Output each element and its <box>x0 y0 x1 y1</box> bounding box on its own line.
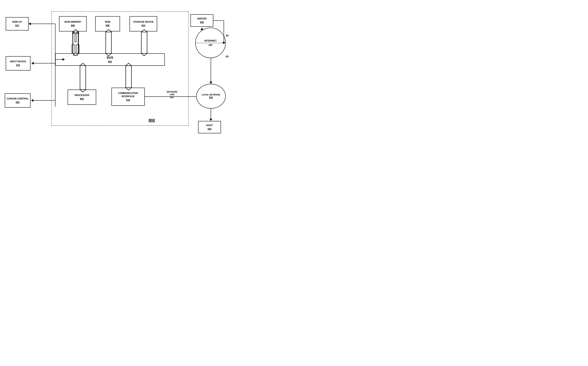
label-828: 828 <box>226 34 229 37</box>
processor-label: PROCESSOR <box>75 94 89 97</box>
main-memory-box: MAIN MEMORY 806 <box>59 16 87 31</box>
processor-box: PROCESSOR 804 <box>68 90 96 105</box>
display-box: DISPLAY 812 <box>6 17 29 30</box>
isp-label: ISP <box>209 44 212 46</box>
local-network-ref: 822 <box>209 96 213 99</box>
svg-marker-38 <box>31 99 33 102</box>
local-network-circle: LOCAL NETWORK 822 <box>196 84 226 109</box>
storage-device-ref: 810 <box>141 24 145 27</box>
diagram: DISPLAY 812 INPUT DEVICE 814 CURSOR CONT… <box>0 0 229 143</box>
server-box: SERVER 830 <box>190 14 213 27</box>
storage-device-box: STORAGE DEVICE 810 <box>129 16 157 31</box>
input-device-ref: 814 <box>16 64 20 67</box>
internet-label: INTERNET <box>204 39 217 42</box>
comm-interface-ref: 818 <box>126 99 130 102</box>
comm-interface-label: COMMUNICATION INTERFACE <box>112 92 144 98</box>
local-network-label: LOCAL NETWORK <box>202 93 220 96</box>
rom-label: ROM <box>105 20 110 24</box>
host-label: HOST <box>206 124 212 127</box>
main-memory-label: MAIN MEMORY <box>65 20 81 24</box>
input-device-box: INPUT DEVICE 814 <box>6 56 30 70</box>
server-ref: 830 <box>200 21 204 24</box>
display-label: DISPLAY <box>12 20 22 24</box>
network-link-ref: 820 <box>170 96 173 99</box>
bus-box: BUS 802 <box>55 53 165 66</box>
bus-label: BUS <box>107 56 113 60</box>
host-box: HOST 824 <box>198 121 221 133</box>
storage-device-label: STORAGE DEVICE <box>133 20 153 24</box>
svg-marker-45 <box>210 82 212 84</box>
system-ref: 800 <box>149 118 155 122</box>
rom-box: ROM 808 <box>95 16 120 31</box>
cursor-control-label: CURSOR CONTROL <box>7 97 29 100</box>
label-826: 826 <box>226 55 229 58</box>
main-memory-ref: 806 <box>71 24 75 27</box>
internet-circle: INTERNET ISP <box>195 28 226 58</box>
rom-ref: 808 <box>106 24 110 27</box>
bus-ref: 802 <box>108 60 112 63</box>
host-ref: 824 <box>208 128 211 131</box>
network-link-label: NETWORKLINK <box>167 91 178 96</box>
input-device-label: INPUT DEVICE <box>10 60 26 63</box>
processor-ref: 804 <box>80 97 84 101</box>
svg-marker-36 <box>31 62 34 65</box>
display-ref: 812 <box>15 24 19 27</box>
comm-interface-box: COMMUNICATION INTERFACE 818 <box>111 88 145 106</box>
svg-marker-47 <box>210 119 212 121</box>
cursor-control-ref: 816 <box>16 101 19 104</box>
svg-marker-34 <box>29 23 31 25</box>
server-label: SERVER <box>197 17 206 20</box>
cursor-control-box: CURSOR CONTROL 816 <box>5 93 30 108</box>
